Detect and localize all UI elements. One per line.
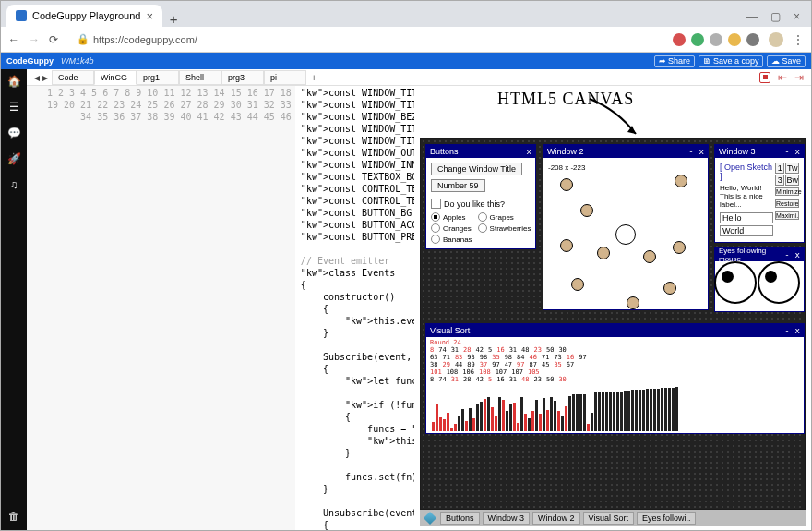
- number-button[interactable]: Number 59: [431, 179, 485, 192]
- window-3[interactable]: Window 3-x [ Open Sketch ] Hello, World!…: [714, 144, 805, 243]
- extension-icon[interactable]: [710, 33, 722, 46]
- save-copy-button[interactable]: 🗎Save a copy: [699, 55, 764, 67]
- radio-option[interactable]: Apples: [431, 212, 472, 222]
- app-toolbar: CodeGuppy WM1k4b ➦Share 🗎Save a copy ☁Sa…: [1, 53, 811, 69]
- window-min-button[interactable]: —: [746, 10, 758, 23]
- profile-icon[interactable]: [769, 32, 783, 47]
- browser-tab[interactable]: CodeGuppy Playground ×: [6, 5, 162, 27]
- stop-button[interactable]: [759, 72, 770, 83]
- textbox-1[interactable]: [720, 212, 773, 223]
- window-2[interactable]: Window 2-x -208 x -223: [543, 144, 709, 310]
- sidebar: 🏠 ☰ 💬 🚀 ♫ 🗑: [1, 69, 27, 530]
- taskbar-button[interactable]: Buttons: [440, 512, 480, 525]
- taskbar-button[interactable]: Visual Sort: [583, 512, 634, 525]
- menu-icon[interactable]: ☰: [9, 101, 19, 114]
- address-input[interactable]: 🔒 https://codeguppy.com/: [67, 33, 663, 45]
- start-icon[interactable]: [424, 512, 436, 525]
- chrome-menu-button[interactable]: ⋮: [793, 33, 804, 46]
- code-tab[interactable]: Shell: [179, 70, 221, 85]
- close-icon[interactable]: ×: [146, 9, 153, 23]
- textbox-2[interactable]: [720, 225, 773, 236]
- open-sketch-link[interactable]: [ Open Sketch ]: [720, 163, 773, 181]
- canvas-area[interactable]: Buttonsx Change Window Title Number 59 D…: [420, 138, 806, 510]
- favicon-icon: [16, 10, 27, 21]
- canvas-taskbar: ButtonsWindow 3Window 2Visual SortEyes f…: [420, 510, 806, 526]
- music-icon[interactable]: ♫: [10, 178, 18, 191]
- code-editor[interactable]: 1 2 3 4 5 6 7 8 9 10 11 12 13 14 15 16 1…: [27, 86, 414, 530]
- change-title-button[interactable]: Change Window Title: [431, 163, 522, 175]
- rocket-icon[interactable]: 🚀: [7, 152, 21, 165]
- arrow-icon: [580, 91, 673, 143]
- url-text: https://codeguppy.com/: [93, 34, 197, 45]
- taskbar-button[interactable]: Eyes followi..: [637, 512, 697, 525]
- back-button[interactable]: ←: [8, 33, 19, 46]
- close-icon[interactable]: x: [527, 147, 531, 156]
- lock-icon: 🔒: [77, 33, 90, 45]
- chat-icon[interactable]: 💬: [7, 127, 21, 139]
- address-bar: ← → ⟳ 🔒 https://codeguppy.com/ ⋮: [1, 27, 811, 53]
- home-icon[interactable]: 🏠: [7, 75, 21, 88]
- code-tab-bar: ◂ ▸ CodeWinCGprg1Shellprg3pi + ⇤ ⇥: [27, 69, 811, 86]
- expand-right-icon[interactable]: ⇥: [794, 71, 804, 84]
- radio-option[interactable]: Bananas: [431, 235, 472, 244]
- save-button[interactable]: ☁Save: [767, 55, 806, 67]
- window-sort[interactable]: Visual Sort-x Round 24 87431284251631482…: [425, 323, 805, 434]
- share-button[interactable]: ➦Share: [654, 55, 695, 67]
- reload-button[interactable]: ⟳: [49, 33, 58, 46]
- code-tab[interactable]: Code: [52, 70, 94, 85]
- radio-option[interactable]: Oranges: [431, 223, 472, 233]
- like-checkbox[interactable]: Do you like this?: [431, 199, 531, 209]
- next-tab-button[interactable]: ▸: [42, 71, 48, 84]
- window-close-button[interactable]: ×: [794, 10, 800, 23]
- browser-tabstrip: CodeGuppy Playground × + — ▢ ×: [1, 1, 811, 27]
- extension-icon[interactable]: [746, 33, 759, 46]
- extension-icon[interactable]: [673, 33, 686, 46]
- code-tab[interactable]: prg1: [137, 70, 179, 85]
- expand-left-icon[interactable]: ⇤: [778, 71, 787, 84]
- radio-option[interactable]: Grapes: [478, 212, 531, 222]
- window-max-button[interactable]: ▢: [770, 10, 781, 23]
- coords-label: -208 x -223: [548, 163, 585, 172]
- brand-label: CodeGuppy: [6, 56, 54, 66]
- tab-title: CodeGuppy Playground: [32, 10, 140, 21]
- taskbar-button[interactable]: Window 3: [483, 512, 531, 525]
- trash-icon[interactable]: 🗑: [8, 510, 19, 523]
- extension-icon[interactable]: [691, 33, 704, 46]
- code-tab[interactable]: prg3: [221, 70, 264, 85]
- code-tab[interactable]: WinCG: [94, 70, 137, 85]
- prev-tab-button[interactable]: ◂: [34, 71, 40, 84]
- new-tab-button[interactable]: +: [162, 11, 185, 27]
- window-eyes[interactable]: Eyes following mouse-x: [714, 247, 805, 312]
- taskbar-button[interactable]: Window 2: [532, 512, 580, 525]
- forward-button[interactable]: →: [29, 33, 40, 46]
- project-name: WM1k4b: [61, 56, 94, 66]
- add-tab-button[interactable]: +: [306, 72, 321, 83]
- extension-icon[interactable]: [728, 33, 741, 46]
- code-tab[interactable]: pi: [264, 70, 306, 85]
- window-buttons[interactable]: Buttonsx Change Window Title Number 59 D…: [425, 144, 536, 249]
- radio-option[interactable]: Strawberries: [478, 223, 531, 233]
